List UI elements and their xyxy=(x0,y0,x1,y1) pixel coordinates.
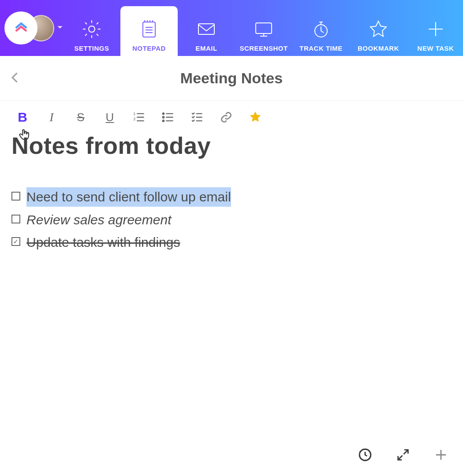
svg-text:1: 1 xyxy=(133,112,135,116)
document-title[interactable]: Meeting Notes xyxy=(25,70,438,87)
bold-button[interactable]: B xyxy=(15,110,30,125)
unordered-list-button[interactable] xyxy=(161,110,175,125)
expand-button[interactable] xyxy=(394,446,412,464)
document-body[interactable]: Notes from today Need to send client fol… xyxy=(0,132,463,252)
tab-label: TRACK TIME xyxy=(299,45,343,52)
avatar-dropdown-icon[interactable] xyxy=(57,24,63,32)
star-icon xyxy=(368,18,389,41)
checkbox-icon[interactable] xyxy=(11,192,20,201)
checkbox-icon[interactable] xyxy=(11,215,20,223)
checklist-item-text[interactable]: Update tasks with findings xyxy=(26,233,180,252)
tab-label: BOOKMARK xyxy=(358,45,399,52)
app-header: SETTINGS NOTEPAD EMAIL SCREENSHOT TRACK … xyxy=(0,0,463,56)
history-button[interactable] xyxy=(356,446,374,464)
clickup-logo[interactable] xyxy=(4,11,37,45)
tab-bookmark[interactable]: BOOKMARK xyxy=(350,0,407,56)
tab-screenshot[interactable]: SCREENSHOT xyxy=(235,0,292,56)
ordered-list-button[interactable]: 12 xyxy=(131,110,146,125)
checklist-item[interactable]: Need to send client follow up email xyxy=(11,187,452,207)
tab-label: NEW TASK xyxy=(418,45,454,52)
footer-actions xyxy=(356,446,450,464)
checklist-item[interactable]: ✓ Update tasks with findings xyxy=(11,233,452,252)
document-heading[interactable]: Notes from today xyxy=(11,132,452,159)
back-button[interactable] xyxy=(9,71,25,86)
checkbox-checked-icon[interactable]: ✓ xyxy=(11,237,20,246)
document-titlebar: Meeting Notes xyxy=(0,56,463,101)
envelope-icon xyxy=(196,18,217,41)
link-button[interactable] xyxy=(219,110,234,125)
checklist-item-text[interactable]: Review sales agreement xyxy=(26,210,172,230)
svg-text:2: 2 xyxy=(133,117,135,121)
tab-label: SCREENSHOT xyxy=(239,45,288,52)
tab-notepad[interactable]: NOTEPAD xyxy=(120,6,178,56)
checklist: Need to send client follow up email Revi… xyxy=(11,187,452,252)
svg-point-0 xyxy=(89,26,95,32)
tab-settings[interactable]: SETTINGS xyxy=(63,0,120,56)
svg-rect-2 xyxy=(198,24,214,34)
svg-point-8 xyxy=(163,116,164,118)
tab-label: NOTEPAD xyxy=(132,45,166,52)
strikethrough-button[interactable]: S xyxy=(73,110,88,125)
logo-avatar-group xyxy=(4,0,63,56)
tab-label: SETTINGS xyxy=(74,45,109,52)
tab-tracktime[interactable]: TRACK TIME xyxy=(292,0,350,56)
checklist-item[interactable]: Review sales agreement xyxy=(11,210,452,230)
stopwatch-icon xyxy=(310,18,332,41)
notepad-icon xyxy=(138,18,160,41)
svg-point-9 xyxy=(163,120,164,122)
underline-button[interactable]: U xyxy=(102,110,117,125)
checklist-item-text[interactable]: Need to send client follow up email xyxy=(26,187,231,207)
format-toolbar: B I S U 12 xyxy=(0,101,463,130)
main-tabs: SETTINGS NOTEPAD EMAIL SCREENSHOT TRACK … xyxy=(63,0,463,56)
tab-email[interactable]: EMAIL xyxy=(178,0,235,56)
tab-label: EMAIL xyxy=(195,45,217,52)
gear-icon xyxy=(81,18,102,41)
favorite-button[interactable] xyxy=(248,110,263,125)
tab-newtask[interactable]: NEW TASK xyxy=(407,0,463,56)
plus-icon xyxy=(425,18,446,41)
svg-point-7 xyxy=(163,113,164,115)
monitor-icon xyxy=(253,18,274,41)
svg-rect-3 xyxy=(256,23,272,33)
add-button[interactable] xyxy=(432,446,450,464)
checklist-button[interactable] xyxy=(190,110,205,125)
italic-button[interactable]: I xyxy=(44,110,59,125)
